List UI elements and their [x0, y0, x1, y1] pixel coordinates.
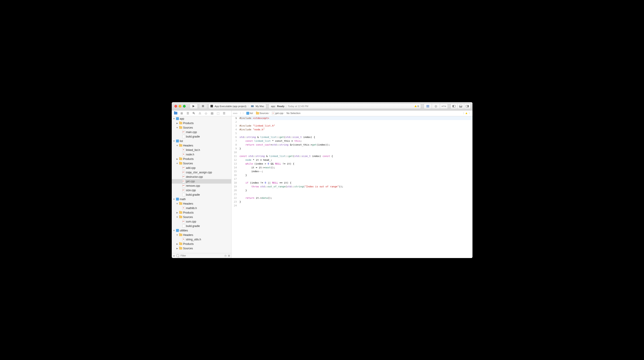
- tree-row[interactable]: Sources: [172, 161, 231, 166]
- line-number[interactable]: 21: [232, 192, 237, 196]
- line-number[interactable]: 20: [232, 188, 237, 192]
- issue-navigator-tab[interactable]: ⚠︎: [198, 111, 202, 115]
- line-number[interactable]: 15: [232, 170, 237, 173]
- back-button[interactable]: 〈: [239, 112, 241, 115]
- breakpoint-navigator-tab[interactable]: ⬚: [216, 111, 220, 115]
- prev-issue-button[interactable]: 〈: [462, 112, 464, 115]
- next-issue-button[interactable]: 〉: [469, 112, 471, 115]
- tree-row[interactable]: Sources: [172, 246, 231, 251]
- warnings-badge[interactable]: 6: [414, 105, 419, 108]
- filter-input[interactable]: [180, 254, 223, 257]
- line-number[interactable]: 3: [232, 124, 237, 128]
- disclosure-triangle[interactable]: [176, 234, 178, 236]
- test-navigator-tab[interactable]: ◇: [204, 111, 208, 115]
- line-number[interactable]: 22: [232, 196, 237, 200]
- tree-row[interactable]: node.h: [172, 152, 231, 157]
- disclosure-triangle[interactable]: [176, 247, 178, 250]
- code-area[interactable]: 123456789101112131415161718192021222324 …: [232, 116, 472, 258]
- line-number[interactable]: 23: [232, 200, 237, 204]
- activity-view[interactable]: app: Ready | Today at 12:49 PM 6: [268, 104, 421, 109]
- line-number[interactable]: 19: [232, 185, 237, 188]
- filter-scope-button[interactable]: [176, 254, 179, 257]
- line-number[interactable]: 4: [232, 128, 237, 132]
- disclosure-triangle[interactable]: [176, 122, 178, 124]
- line-number[interactable]: 18: [232, 181, 237, 185]
- disclosure-triangle[interactable]: [176, 202, 178, 205]
- scm-filter-button[interactable]: ⊞: [228, 254, 230, 257]
- debug-navigator-tab[interactable]: ▤: [210, 111, 214, 115]
- line-number[interactable]: 14: [232, 166, 237, 170]
- tree-row[interactable]: main.cpp: [172, 130, 231, 134]
- forward-button[interactable]: 〉: [242, 112, 245, 115]
- disclosure-triangle[interactable]: [173, 198, 175, 200]
- line-number[interactable]: 17: [232, 177, 237, 181]
- tree-row[interactable]: Products: [172, 242, 231, 246]
- breadcrumb-selection[interactable]: No Selection: [286, 112, 300, 115]
- report-navigator-tab[interactable]: ☰: [222, 111, 226, 115]
- disclosure-triangle[interactable]: [173, 229, 175, 232]
- tree-row[interactable]: Sources: [172, 215, 231, 219]
- source-text[interactable]: #include <stdexcept>#include "linked_lis…: [238, 116, 472, 258]
- tree-row[interactable]: add.cpp: [172, 166, 231, 170]
- breadcrumb-file[interactable]: get.cpp: [275, 112, 283, 115]
- stop-button[interactable]: [199, 104, 207, 109]
- disclosure-triangle[interactable]: [173, 118, 175, 120]
- tree-row[interactable]: size.cpp: [172, 188, 231, 192]
- disclosure-triangle[interactable]: [176, 158, 178, 160]
- warning-icon[interactable]: [466, 112, 467, 114]
- tree-row[interactable]: build.gradle: [172, 192, 231, 197]
- tree-row[interactable]: utilities: [172, 228, 231, 233]
- tree-row[interactable]: list: [172, 139, 231, 143]
- disclosure-triangle[interactable]: [176, 145, 178, 147]
- disclosure-triangle[interactable]: [176, 127, 178, 129]
- breadcrumb-project[interactable]: list: [250, 112, 253, 115]
- tree-row[interactable]: Products: [172, 210, 231, 215]
- standard-editor-button[interactable]: [424, 104, 432, 109]
- tree-row[interactable]: Headers: [172, 233, 231, 237]
- symbol-navigator-tab[interactable]: ☰: [186, 111, 190, 115]
- tree-row[interactable]: Products: [172, 121, 231, 125]
- version-editor-button[interactable]: ↩↪: [440, 104, 448, 109]
- tree-row[interactable]: Sources: [172, 125, 231, 130]
- project-tree[interactable]: appProductsSourcesmain.cppbuild.gradleli…: [172, 116, 231, 253]
- recent-filter-button[interactable]: ◷: [224, 254, 226, 257]
- tree-row[interactable]: Headers: [172, 201, 231, 206]
- line-number[interactable]: 5: [232, 132, 237, 135]
- tree-row[interactable]: build.gradle: [172, 134, 231, 139]
- tree-row[interactable]: sum.cpp: [172, 219, 231, 224]
- line-number[interactable]: 1: [232, 116, 237, 120]
- related-items-button[interactable]: ▭▭: [233, 112, 237, 115]
- tree-row[interactable]: linked_list.h: [172, 148, 231, 152]
- line-number[interactable]: 7: [232, 139, 237, 143]
- disclosure-triangle[interactable]: [173, 140, 175, 142]
- line-number[interactable]: 9: [232, 147, 237, 151]
- line-number[interactable]: 13: [232, 162, 237, 166]
- close-button[interactable]: [174, 105, 177, 108]
- run-button[interactable]: [190, 104, 198, 109]
- project-navigator-tab[interactable]: [174, 111, 178, 115]
- line-number[interactable]: 16: [232, 173, 237, 177]
- add-button[interactable]: +: [173, 254, 175, 258]
- tree-row[interactable]: Headers: [172, 143, 231, 148]
- minimize-button[interactable]: [179, 105, 182, 108]
- disclosure-triangle[interactable]: [176, 211, 178, 214]
- tree-row[interactable]: get.cpp: [172, 179, 231, 183]
- tree-row[interactable]: math: [172, 197, 231, 201]
- line-number[interactable]: 24: [232, 204, 237, 207]
- disclosure-triangle[interactable]: [176, 243, 178, 245]
- find-navigator-tab[interactable]: 🔍︎: [192, 111, 196, 115]
- line-number[interactable]: 10: [232, 151, 237, 154]
- toggle-debug-button[interactable]: [457, 104, 464, 109]
- line-number[interactable]: 11: [232, 154, 237, 158]
- line-number[interactable]: 12: [232, 158, 237, 162]
- line-number[interactable]: 2: [232, 120, 237, 124]
- tree-row[interactable]: string_utils.h: [172, 237, 231, 242]
- toggle-inspector-button[interactable]: [464, 104, 471, 109]
- breadcrumb-folder[interactable]: Sources: [260, 112, 268, 115]
- line-number[interactable]: 6: [232, 135, 237, 139]
- line-gutter[interactable]: 123456789101112131415161718192021222324: [232, 116, 238, 258]
- tree-row[interactable]: app: [172, 117, 231, 121]
- disclosure-triangle[interactable]: [176, 162, 178, 165]
- tree-row[interactable]: build.gradle: [172, 224, 231, 228]
- scheme-selector[interactable]: App Executable (app project) 〉 My Mac: [208, 104, 266, 109]
